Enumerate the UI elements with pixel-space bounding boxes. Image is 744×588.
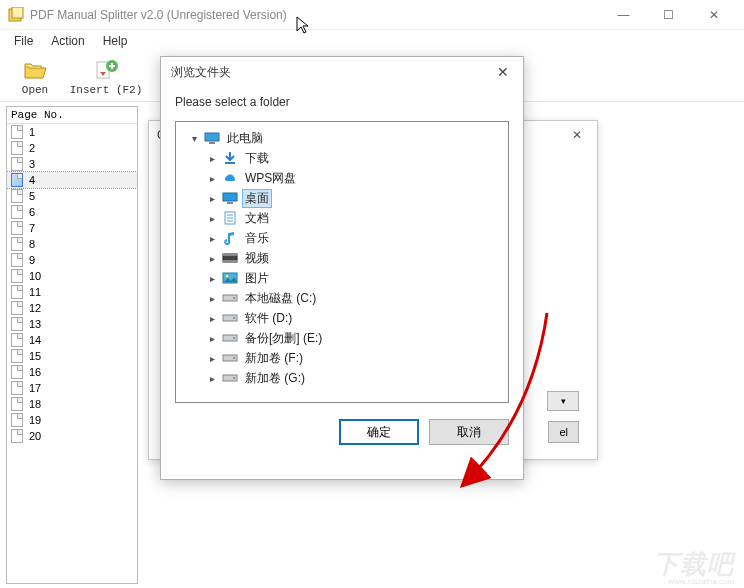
picture-icon [222,271,238,285]
page-number: 7 [29,222,35,234]
page-number: 10 [29,270,41,282]
page-list[interactable]: Page No. 1234567891011121314151617181920 [6,106,138,584]
page-row[interactable]: 4 [7,172,137,188]
tree-node-this-pc[interactable]: ▾ 此电脑 [180,128,504,148]
menu-help[interactable]: Help [95,32,136,50]
svg-rect-14 [223,254,237,256]
page-row[interactable]: 8 [7,236,137,252]
page-row[interactable]: 9 [7,252,137,268]
page-icon [11,349,23,363]
tree-node[interactable]: ▸备份[勿删] (E:) [180,328,504,348]
svg-rect-15 [223,260,237,262]
page-list-header: Page No. [7,107,137,124]
folder-open-icon [23,58,47,82]
tree-node[interactable]: ▸下载 [180,148,504,168]
ok-button[interactable]: 确定 [339,419,419,445]
svg-rect-21 [233,317,235,319]
page-icon [11,189,23,203]
expand-icon[interactable]: ▸ [206,372,218,384]
tree-node[interactable]: ▸新加卷 (G:) [180,368,504,388]
watermark-url: www.xiazaiba.com [668,577,734,586]
tree-node[interactable]: ▸文档 [180,208,504,228]
page-row[interactable]: 20 [7,428,137,444]
cancel-button[interactable]: 取消 [429,419,509,445]
tree-node[interactable]: ▸音乐 [180,228,504,248]
video-icon [222,251,238,265]
page-icon [11,253,23,267]
page-row[interactable]: 16 [7,364,137,380]
page-row[interactable]: 19 [7,412,137,428]
close-button[interactable]: ✕ [691,1,736,29]
insert-label: Insert (F2) [70,84,143,96]
page-row[interactable]: 17 [7,380,137,396]
menu-bar: File Action Help [0,30,744,52]
dialog-title-bar[interactable]: 浏览文件夹 ✕ [161,57,523,87]
page-icon [11,317,23,331]
page-icon [11,285,23,299]
insert-button[interactable]: Insert (F2) [66,58,146,96]
page-row[interactable]: 7 [7,220,137,236]
tree-node-label: 文档 [242,209,272,228]
tree-node[interactable]: ▸WPS网盘 [180,168,504,188]
page-row[interactable]: 1 [7,124,137,140]
tree-node-label: 此电脑 [224,129,266,148]
disk-icon [222,291,238,305]
expand-icon[interactable]: ▸ [206,312,218,324]
expand-icon[interactable]: ▸ [206,332,218,344]
page-row[interactable]: 11 [7,284,137,300]
page-row[interactable]: 5 [7,188,137,204]
tree-node[interactable]: ▸新加卷 (F:) [180,348,504,368]
minimize-button[interactable]: — [601,1,646,29]
expand-icon[interactable]: ▸ [206,272,218,284]
svg-rect-23 [233,337,235,339]
page-row[interactable]: 15 [7,348,137,364]
page-row[interactable]: 10 [7,268,137,284]
page-number: 5 [29,190,35,202]
dialog-close-button[interactable]: ✕ [493,64,513,80]
collapse-icon[interactable]: ▾ [188,132,200,144]
insert-icon [94,58,118,82]
tree-node-label: 桌面 [242,189,272,208]
menu-action[interactable]: Action [43,32,92,50]
page-row[interactable]: 18 [7,396,137,412]
browse-folder-dialog: 浏览文件夹 ✕ Please select a folder ▾ 此电脑 ▸下载… [160,56,524,480]
page-icon [11,173,23,187]
page-row[interactable]: 12 [7,300,137,316]
tree-node-label: 备份[勿删] (E:) [242,329,325,348]
tree-node[interactable]: ▸视频 [180,248,504,268]
folder-tree[interactable]: ▾ 此电脑 ▸下载▸WPS网盘▸桌面▸文档▸音乐▸视频▸图片▸本地磁盘 (C:)… [175,121,509,403]
tree-node-label: 图片 [242,269,272,288]
cloud-icon [222,171,238,185]
page-number: 6 [29,206,35,218]
page-row[interactable]: 13 [7,316,137,332]
open-button[interactable]: Open [10,58,60,96]
maximize-button[interactable]: ☐ [646,1,691,29]
page-row[interactable]: 14 [7,332,137,348]
expand-icon[interactable]: ▸ [206,172,218,184]
page-row[interactable]: 6 [7,204,137,220]
tree-node-label: 音乐 [242,229,272,248]
bg-combo[interactable]: ▾ [547,391,579,411]
page-row[interactable]: 2 [7,140,137,156]
page-number: 9 [29,254,35,266]
expand-icon[interactable]: ▸ [206,292,218,304]
tree-node-label: 新加卷 (G:) [242,369,308,388]
page-row[interactable]: 3 [7,156,137,172]
tree-node[interactable]: ▸本地磁盘 (C:) [180,288,504,308]
tree-node[interactable]: ▸桌面 [180,188,504,208]
bg-dialog-close-button[interactable]: ✕ [565,128,589,142]
tree-node-label: 软件 (D:) [242,309,295,328]
tree-node[interactable]: ▸图片 [180,268,504,288]
expand-icon[interactable]: ▸ [206,352,218,364]
expand-icon[interactable]: ▸ [206,152,218,164]
window-buttons: — ☐ ✕ [601,1,736,29]
expand-icon[interactable]: ▸ [206,252,218,264]
bg-cancel-button[interactable]: el [548,421,579,443]
tree-node[interactable]: ▸软件 (D:) [180,308,504,328]
expand-icon[interactable]: ▸ [206,212,218,224]
app-title: PDF Manual Splitter v2.0 (Unregistered V… [30,8,601,22]
page-icon [11,269,23,283]
menu-file[interactable]: File [6,32,41,50]
expand-icon[interactable]: ▸ [206,232,218,244]
expand-icon[interactable]: ▸ [206,192,218,204]
